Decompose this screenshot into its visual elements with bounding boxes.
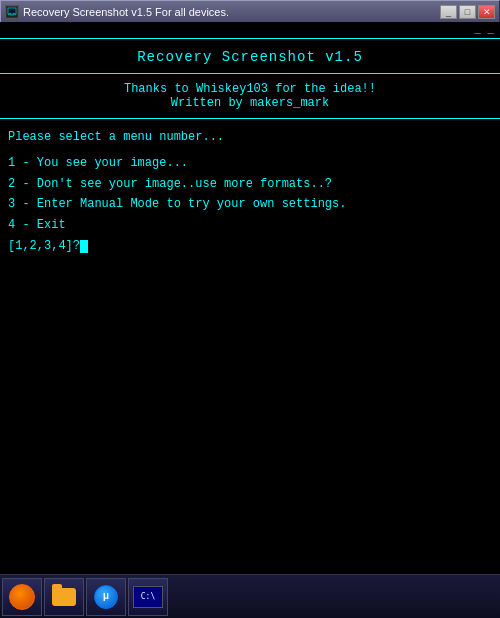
close-button[interactable]: ✕ bbox=[478, 5, 495, 19]
taskbar-cmd-button[interactable]: C:\ bbox=[128, 578, 168, 616]
thanks-line2: Written by makers_mark bbox=[0, 96, 500, 110]
svg-rect-1 bbox=[8, 8, 16, 14]
window-controls: _ □ ✕ bbox=[440, 5, 495, 19]
cursor-block bbox=[80, 240, 88, 253]
folder-icon bbox=[52, 588, 76, 606]
input-prompt-line[interactable]: [1,2,3,4]? bbox=[8, 239, 492, 253]
cmd-icon: C:\ bbox=[133, 586, 163, 608]
menu-item-1: 1 - You see your image... bbox=[8, 153, 492, 173]
menu-item-3: 3 - Enter Manual Mode to try your own se… bbox=[8, 194, 492, 214]
taskbar: µ C:\ bbox=[0, 574, 500, 618]
window-title: Recovery Screenshot v1.5 For all devices… bbox=[23, 6, 229, 18]
menu-section: Please select a menu number... 1 - You s… bbox=[0, 119, 500, 574]
menu-item-4: 4 - Exit bbox=[8, 215, 492, 235]
bittorrent-icon: µ bbox=[94, 585, 118, 609]
app-icon bbox=[5, 5, 19, 19]
menu-item-2: 2 - Don't see your image..use more forma… bbox=[8, 174, 492, 194]
credits-section: Thanks to Whiskey103 for the idea!! Writ… bbox=[0, 74, 500, 118]
title-bar: Recovery Screenshot v1.5 For all devices… bbox=[0, 0, 500, 22]
minimize-button[interactable]: _ bbox=[440, 5, 457, 19]
taskbar-bittorrent-button[interactable]: µ bbox=[86, 578, 126, 616]
maximize-button[interactable]: □ bbox=[459, 5, 476, 19]
thanks-line1: Thanks to Whiskey103 for the idea!! bbox=[0, 82, 500, 96]
taskbar-folder-button[interactable] bbox=[44, 578, 84, 616]
prompt-select: Please select a menu number... bbox=[8, 127, 492, 147]
title-bar-left: Recovery Screenshot v1.5 For all devices… bbox=[5, 5, 229, 19]
console-area: _ _ Recovery Screenshot v1.5 Thanks to W… bbox=[0, 22, 500, 574]
input-prompt-text: [1,2,3,4]? bbox=[8, 239, 80, 253]
maximize-chars: _ _ bbox=[0, 22, 500, 38]
header-section: Recovery Screenshot v1.5 bbox=[0, 39, 500, 73]
app-title: Recovery Screenshot v1.5 bbox=[0, 49, 500, 65]
start-orb bbox=[9, 584, 35, 610]
start-button[interactable] bbox=[2, 578, 42, 616]
